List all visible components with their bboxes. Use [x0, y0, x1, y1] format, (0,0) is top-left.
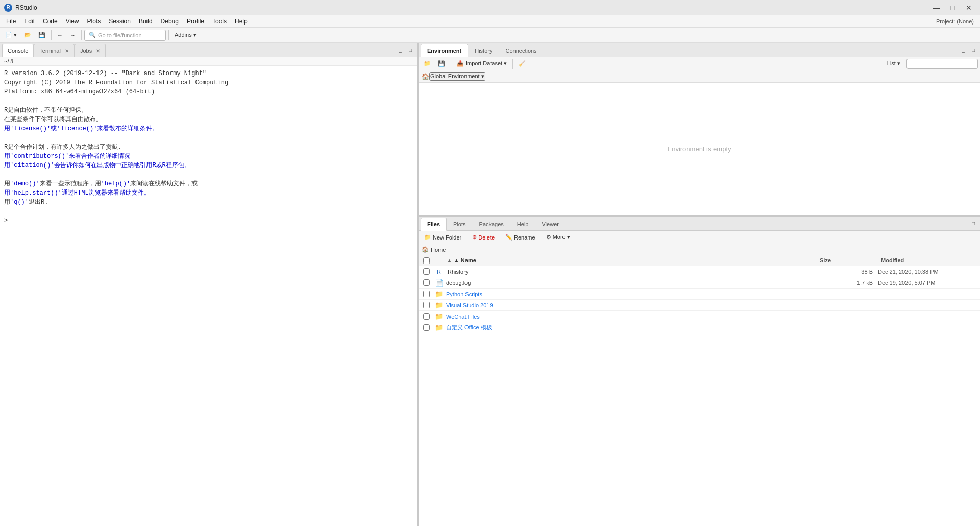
- broom-icon: 🧹: [519, 60, 526, 67]
- new-file-button[interactable]: 📄 ▾: [2, 30, 20, 41]
- menu-edit[interactable]: Edit: [20, 16, 39, 27]
- folder-type-icon: 📁: [434, 324, 444, 331]
- rename-label: Rename: [514, 234, 535, 241]
- rename-icon: ✏️: [505, 234, 512, 241]
- folder-type-icon: 📁: [434, 313, 444, 320]
- forward-button[interactable]: →: [67, 30, 79, 41]
- main-area: Console Terminal ✕ Jobs ✕ _ □ ~/ ∂ R ver…: [0, 43, 980, 526]
- header-type: [434, 256, 444, 265]
- list-view-button[interactable]: List ▾: [884, 58, 903, 69]
- env-search-input[interactable]: [906, 59, 978, 69]
- save-workspace-button[interactable]: 💾: [435, 58, 448, 69]
- import-dataset-button[interactable]: 📥 Import Dataset ▾: [454, 58, 510, 69]
- tab-terminal[interactable]: Terminal ✕: [34, 44, 75, 57]
- row-checkbox-4[interactable]: [423, 302, 430, 308]
- tab-environment[interactable]: Environment: [421, 44, 468, 57]
- tab-connections[interactable]: Connections: [499, 44, 543, 57]
- row-check: [419, 313, 434, 320]
- env-minimize-button[interactable]: _: [959, 46, 968, 54]
- files-maximize-button[interactable]: □: [969, 220, 978, 228]
- open-icon: 📂: [24, 32, 31, 38]
- env-panel-controls: _ □: [959, 46, 978, 54]
- right-panel: Environment History Connections _ □ 📁: [419, 43, 980, 526]
- rename-button[interactable]: ✏️ Rename: [502, 232, 539, 243]
- row-checkbox-6[interactable]: [423, 324, 430, 331]
- open-file-button[interactable]: 📂: [21, 30, 34, 41]
- console-minimize-button[interactable]: _: [396, 46, 405, 54]
- row-checkbox-3[interactable]: [423, 291, 430, 297]
- tab-help[interactable]: Help: [510, 218, 535, 231]
- console-maximize-button[interactable]: □: [406, 46, 415, 54]
- select-all-checkbox[interactable]: [423, 257, 430, 264]
- env-body: Environment is empty: [419, 83, 980, 215]
- list-label: List ▾: [887, 60, 900, 67]
- menu-help[interactable]: Help: [231, 16, 252, 27]
- file-name-4[interactable]: Visual Studio 2019: [444, 302, 817, 308]
- menu-view[interactable]: View: [62, 16, 83, 27]
- console-line-5: 在某些条件下你可以将其自由散布。: [4, 115, 413, 124]
- tab-viewer[interactable]: Viewer: [535, 218, 565, 231]
- tab-plots[interactable]: Plots: [447, 218, 472, 231]
- gear-icon: ⚙: [546, 234, 551, 241]
- header-size[interactable]: Size: [817, 256, 878, 265]
- tab-jobs[interactable]: Jobs ✕: [75, 44, 106, 57]
- save-button[interactable]: 💾: [35, 30, 48, 41]
- r-file-type-icon: R: [434, 269, 444, 275]
- new-folder-button[interactable]: 📁 New Folder: [421, 232, 465, 243]
- table-row: 📁 Python Scripts: [419, 289, 980, 300]
- menu-debug[interactable]: Debug: [157, 16, 183, 27]
- tab-files[interactable]: Files: [421, 218, 447, 231]
- main-toolbar: 📄 ▾ 📂 💾 ← → 🔍 Go to file/function Addins…: [0, 28, 980, 43]
- terminal-close-icon[interactable]: ✕: [65, 48, 69, 54]
- menu-plots[interactable]: Plots: [83, 16, 105, 27]
- minimize-button[interactable]: —: [929, 3, 943, 13]
- row-checkbox-5[interactable]: [423, 313, 430, 320]
- console-blank-3: [4, 170, 413, 179]
- env-sep-2: [512, 59, 513, 69]
- close-button[interactable]: ✕: [962, 3, 976, 13]
- load-workspace-button[interactable]: 📁: [421, 58, 434, 69]
- console-area[interactable]: R version 3.6.2 (2019-12-12) -- "Dark an…: [0, 66, 417, 526]
- menu-build[interactable]: Build: [135, 16, 157, 27]
- files-sep-1: [467, 233, 467, 242]
- files-sep-2: [500, 233, 500, 242]
- env-maximize-button[interactable]: □: [969, 46, 978, 54]
- tab-history[interactable]: History: [468, 44, 499, 57]
- files-path-bar: 🏠 Home: [419, 244, 980, 255]
- console-line-2: Copyright (C) 2019 The R Foundation for …: [4, 78, 413, 87]
- jobs-close-icon[interactable]: ✕: [96, 48, 100, 54]
- file-name-5[interactable]: WeChat Files: [444, 314, 817, 320]
- back-button[interactable]: ←: [54, 30, 66, 41]
- row-check: [419, 279, 434, 286]
- console-line-1: R version 3.6.2 (2019-12-12) -- "Dark an…: [4, 69, 413, 78]
- maximize-button[interactable]: □: [945, 3, 960, 13]
- menu-session[interactable]: Session: [105, 16, 135, 27]
- clear-console-button[interactable]: 🧹: [516, 58, 529, 69]
- global-env-bar: 🏠 Global Environment ▾: [419, 70, 980, 83]
- file-name-3[interactable]: Python Scripts: [444, 291, 817, 297]
- menu-code[interactable]: Code: [39, 16, 62, 27]
- file-name-6[interactable]: 自定义 Office 模板: [444, 324, 817, 331]
- files-minimize-button[interactable]: _: [959, 220, 968, 228]
- delete-button[interactable]: ⊗ Delete: [469, 232, 498, 243]
- console-line-11: 用'help.start()'通过HTML浏览器来看帮助文件。: [4, 188, 413, 198]
- menu-tools[interactable]: Tools: [208, 16, 231, 27]
- row-check: [419, 302, 434, 308]
- addins-button[interactable]: Addins ▾: [172, 30, 200, 41]
- file-name-1[interactable]: .Rhistory: [444, 269, 817, 275]
- file-name-2[interactable]: debug.log: [444, 280, 817, 286]
- row-checkbox-2[interactable]: [423, 279, 430, 286]
- row-checkbox-1[interactable]: [423, 268, 430, 275]
- menu-profile[interactable]: Profile: [183, 16, 208, 27]
- tab-console[interactable]: Console: [2, 44, 34, 57]
- header-modified[interactable]: Modified: [878, 256, 980, 265]
- files-panel-controls: _ □: [959, 220, 978, 228]
- files-tab-bar: Files Plots Packages Help Viewer _ □: [419, 217, 980, 231]
- files-table: ▲ ▲ Name Size Modified R .: [419, 255, 980, 526]
- menu-file[interactable]: File: [2, 16, 20, 27]
- global-env-button[interactable]: Global Environment ▾: [429, 72, 485, 81]
- tab-packages[interactable]: Packages: [473, 218, 510, 231]
- more-button[interactable]: ⚙ More ▾: [543, 232, 574, 243]
- header-name[interactable]: ▲ ▲ Name: [444, 256, 817, 265]
- env-tab-bar: Environment History Connections _ □: [419, 43, 980, 57]
